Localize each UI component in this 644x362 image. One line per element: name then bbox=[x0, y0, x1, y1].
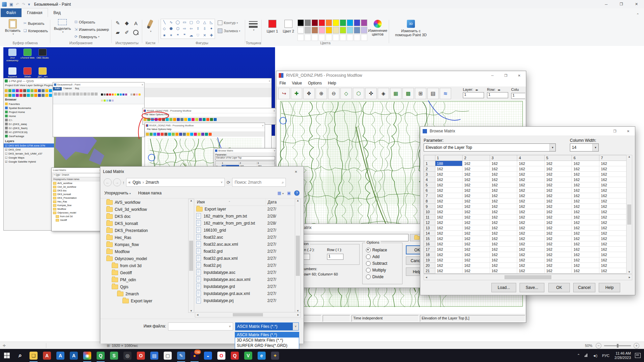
save-button[interactable]: Save... bbox=[520, 283, 544, 292]
v-app[interactable]: V bbox=[241, 349, 255, 362]
matrix-cell[interactable]: 162 bbox=[545, 257, 572, 263]
matrix-vscrollbar[interactable]: ▲▼ bbox=[626, 155, 632, 274]
file-list-item[interactable]: Export layer2/27/ bbox=[195, 205, 295, 213]
matrix-cell[interactable]: 162 bbox=[545, 225, 572, 231]
color-swatch[interactable] bbox=[333, 19, 339, 26]
tree-item[interactable]: Qgis bbox=[103, 283, 188, 290]
matrix-column-header[interactable]: 5 bbox=[545, 155, 572, 161]
load-matrix-close-button[interactable]: ✕ bbox=[288, 167, 304, 177]
matrix-cell[interactable]: 162 bbox=[463, 252, 490, 257]
matrix-cell[interactable]: 162 bbox=[435, 177, 463, 182]
color-swatch[interactable] bbox=[312, 27, 318, 34]
matrix-cell[interactable]: 162 bbox=[517, 193, 544, 198]
matrix-cell[interactable]: 162 bbox=[599, 177, 627, 182]
tree-item[interactable]: Civil_3d_workflow bbox=[103, 206, 188, 213]
matrix-cell[interactable]: 162 bbox=[463, 182, 490, 188]
matrix-cell[interactable]: 162 bbox=[463, 268, 490, 274]
magnifier-tool[interactable] bbox=[132, 28, 140, 37]
matrix-cell[interactable]: 162 bbox=[517, 263, 544, 268]
zoom-in-button[interactable]: + bbox=[634, 343, 639, 349]
matrix-cell[interactable]: 162 bbox=[517, 257, 544, 263]
matrix-cell[interactable]: 162 bbox=[572, 209, 599, 215]
empty-color-slot[interactable] bbox=[333, 34, 339, 41]
filetype-combo[interactable]: ASCII Matrix Files (*.*) ˅ bbox=[235, 322, 299, 330]
row-i-field[interactable]: 1 bbox=[327, 254, 343, 260]
matrix-cell[interactable]: 162 bbox=[572, 257, 599, 263]
file-list-item[interactable]: float32.grd.aux.xml2/27/ bbox=[195, 255, 295, 262]
file-explorer[interactable]: ❏ bbox=[27, 349, 40, 362]
size-button[interactable]: ▾ bbox=[248, 20, 259, 32]
color-swatch[interactable] bbox=[361, 27, 367, 34]
shape-icon[interactable]: ★ bbox=[163, 33, 166, 38]
matrix-cell[interactable]: 162 bbox=[572, 241, 599, 247]
matrix-cell[interactable]: 162 bbox=[435, 193, 463, 198]
color-swatch[interactable] bbox=[305, 19, 311, 26]
matrix-cell[interactable]: 162 bbox=[572, 263, 599, 268]
tray-chevron-icon[interactable]: ⌃ bbox=[577, 353, 580, 358]
matrix-cell[interactable]: 162 bbox=[572, 247, 599, 252]
resize-button[interactable]: ⇲Изменить размер bbox=[74, 27, 109, 32]
browse-maximize-button[interactable]: ❐ bbox=[608, 127, 622, 135]
menu-value[interactable]: Value bbox=[292, 81, 302, 85]
zoom-slider-thumb[interactable] bbox=[617, 344, 619, 348]
diamond-grid-icon[interactable]: ◈ bbox=[378, 88, 389, 99]
matrix-cell[interactable]: 162 bbox=[490, 172, 517, 177]
color-swatch[interactable] bbox=[319, 27, 325, 34]
color-swatch[interactable] bbox=[298, 27, 304, 34]
matrix-cell[interactable]: 162 bbox=[517, 225, 544, 231]
cells-icon[interactable]: ⊞ bbox=[415, 88, 426, 99]
crosshair-icon[interactable]: ✜ bbox=[365, 88, 377, 99]
matrix-cell[interactable]: 162 bbox=[435, 204, 463, 209]
matrix-cell[interactable]: 162 bbox=[517, 215, 544, 220]
matrix-cell[interactable]: 162 bbox=[463, 215, 490, 220]
matrix-cell[interactable]: 162 bbox=[572, 198, 599, 204]
redo-icon[interactable]: ↷ bbox=[22, 2, 25, 7]
matrix-row-header[interactable]: 6 bbox=[424, 188, 435, 193]
matrix-cell[interactable]: 162 bbox=[599, 204, 627, 209]
matrix-row-header[interactable]: 1 bbox=[424, 161, 435, 166]
new-folder-button[interactable]: Новая папка bbox=[138, 191, 162, 195]
matrix-cell[interactable]: 162 bbox=[435, 182, 463, 188]
matrix-cell[interactable]: 162 bbox=[599, 166, 627, 172]
matrix-cell[interactable]: 162 bbox=[490, 177, 517, 182]
shape-icon[interactable]: ♡ bbox=[196, 33, 200, 38]
layer-value-field[interactable]: 1 bbox=[463, 92, 484, 98]
matrix-cell[interactable]: 162 bbox=[517, 182, 544, 188]
matrix-row-header[interactable]: 4 bbox=[424, 177, 435, 182]
matrix-row-header[interactable]: 15 bbox=[424, 236, 435, 241]
color-swatch[interactable] bbox=[326, 27, 332, 34]
clock[interactable]: 11:46 AM 2/28/2023 bbox=[614, 351, 631, 360]
modflow-titlebar[interactable]: RIVER_ODINZ.PM5 - Processing Modflow ─ ❐… bbox=[276, 71, 526, 80]
matrix-column-header[interactable]: 3 bbox=[490, 155, 517, 161]
organize-button[interactable]: Упорядочить ▾ bbox=[104, 191, 131, 195]
filename-input[interactable]: ˅ bbox=[168, 322, 233, 330]
matrix-cell[interactable]: 162 bbox=[599, 236, 627, 241]
matrix-cell[interactable]: 162 bbox=[517, 177, 544, 182]
copy-button[interactable]: ❏Копировать bbox=[23, 28, 48, 33]
vertex-icon[interactable]: ◇ bbox=[340, 88, 352, 99]
matrix-column-header[interactable]: 4 bbox=[517, 155, 544, 161]
layer-spin[interactable]: ◂▸ bbox=[475, 88, 478, 92]
file-list-hscrollbar[interactable]: ◄► bbox=[195, 312, 301, 317]
color2-button[interactable]: Цвет 2 bbox=[281, 20, 296, 33]
matrix-cell[interactable]: 162 bbox=[435, 252, 463, 257]
modflow-close-button[interactable]: ✕ bbox=[513, 71, 526, 80]
browse-close-button[interactable]: ✕ bbox=[622, 127, 635, 135]
matrix-cell[interactable]: 162 bbox=[545, 247, 572, 252]
filetype-option[interactable]: 3D ASCII Matrix Files (*.*) bbox=[235, 338, 299, 343]
empty-color-slot[interactable] bbox=[326, 34, 332, 41]
matrix-row-header[interactable]: 7 bbox=[424, 193, 435, 198]
ribbon-collapse-icon[interactable]: ⌃ bbox=[636, 13, 639, 17]
view-toggle-icon[interactable]: ▦ ▾ bbox=[277, 191, 284, 195]
matrix-cell[interactable]: 162 bbox=[599, 198, 627, 204]
matrix-cell[interactable]: 162 bbox=[435, 257, 463, 263]
row-spin[interactable]: ◂▸ bbox=[497, 88, 500, 92]
search-box[interactable]: Поиск: 2march ⌕ bbox=[232, 178, 286, 187]
cancel-button[interactable]: Cancel bbox=[573, 283, 595, 292]
matrix-cell[interactable]: 162 bbox=[463, 247, 490, 252]
menu-file[interactable]: File bbox=[279, 81, 286, 85]
app-a-blue-2[interactable]: A bbox=[67, 349, 80, 362]
file-list-item[interactable]: Inputdatatype.asc.aux.xml2/27/ bbox=[195, 276, 295, 283]
matrix-cell[interactable]: 162 bbox=[463, 263, 490, 268]
tree-item[interactable]: DKS_konsalt bbox=[103, 220, 188, 227]
